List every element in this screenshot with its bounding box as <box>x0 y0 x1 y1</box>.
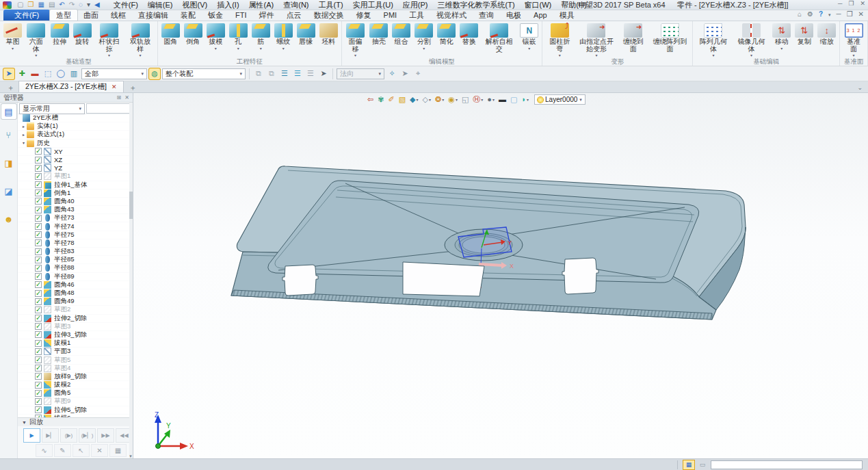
ribbon-tab[interactable]: 焊件 <box>253 10 280 21</box>
ribbon-button[interactable]: 旋转 ▾ <box>71 21 94 46</box>
ribbon-button[interactable]: 拔模 ▾ <box>205 21 227 51</box>
dropdown-caret-icon[interactable]: ▾ <box>354 53 356 57</box>
playback-section-header[interactable]: ▼ 回放 <box>18 417 133 426</box>
manager-mode-icon[interactable]: ◪ <box>1 183 16 198</box>
tree-item[interactable]: ▸ 实体(1) <box>18 122 133 131</box>
restore-small-icon[interactable]: ❐ <box>847 11 853 18</box>
tree-item[interactable]: 草图5 <box>18 356 133 364</box>
ribbon-tab[interactable]: 工具 <box>403 10 430 21</box>
visibility-checkbox[interactable] <box>35 239 42 246</box>
tree-item[interactable]: 2YE水槽 <box>18 114 133 122</box>
ribbon-tab[interactable]: 钣金 <box>202 10 229 21</box>
ribbon-button[interactable]: 替换 ▾ <box>458 21 480 46</box>
visibility-checkbox[interactable] <box>35 382 42 389</box>
ribbon-button[interactable]: 抽壳 ▾ <box>367 21 390 46</box>
ribbon-button[interactable]: 阵列几何体 ▾ <box>694 21 732 57</box>
viewport-tool-icon[interactable]: ✐ ▾ <box>386 96 395 103</box>
ribbon-button[interactable]: 圆角 ▾ <box>159 21 182 46</box>
menu-item[interactable]: 插入(I) <box>212 0 244 10</box>
visibility-checkbox[interactable] <box>35 356 42 363</box>
ribbon-tab[interactable]: 曲面 <box>77 10 105 21</box>
tree-item[interactable]: 半径78 <box>18 239 133 248</box>
ribbon-tab[interactable]: 查询 <box>473 10 500 21</box>
tree-item[interactable]: 圆角48 <box>18 289 133 298</box>
quick-access-icon[interactable]: ◌ <box>79 1 83 8</box>
layer-combo[interactable]: Layer0000 ▾ <box>534 94 586 105</box>
toolbar-icon[interactable]: ✚ <box>16 68 27 79</box>
tree-item[interactable]: 拔模2 <box>18 381 133 389</box>
ribbon-button[interactable]: 双轨放样 ▾ <box>124 21 156 57</box>
tree-item[interactable]: 半径88 <box>18 264 133 272</box>
playback-button[interactable]: (▶) <box>60 428 77 443</box>
tree-item[interactable]: 圆角49 <box>18 298 133 306</box>
tree-item[interactable]: 拉伸3_切除 <box>18 331 133 339</box>
dropdown-caret-icon[interactable]: ▾ <box>559 53 561 57</box>
tree-item[interactable]: 半径73 <box>18 214 133 222</box>
viewport-tool-icon[interactable]: Ⓗ ▾ <box>471 96 484 103</box>
ribbon-tab[interactable]: 修复 <box>350 10 378 21</box>
toolbar-icon[interactable]: ⧉ <box>266 68 277 79</box>
menu-item[interactable]: 属性(A) <box>244 0 279 10</box>
toolbar-icon[interactable]: ➤ <box>399 68 410 79</box>
visibility-checkbox[interactable] <box>35 365 42 371</box>
dropdown-caret-icon[interactable]: ▾ <box>237 46 239 51</box>
toolbar-icon[interactable]: ⧉ <box>253 68 264 79</box>
chevron-down-icon[interactable]: ⌄ <box>857 85 863 91</box>
tree-scrollbar[interactable]: ▼ <box>129 103 133 458</box>
visibility-checkbox[interactable] <box>35 415 42 417</box>
ribbon-button[interactable]: 拉伸 ▾ <box>49 21 71 46</box>
menu-item[interactable]: 视图(V) <box>178 0 213 10</box>
ribbon-button[interactable]: 简化 ▾ <box>435 21 458 46</box>
playback-button[interactable]: ▶▶ <box>97 428 114 443</box>
visibility-checkbox[interactable] <box>35 265 42 272</box>
new-tab-icon[interactable]: ＋ <box>129 84 137 92</box>
dropdown-caret-icon[interactable]: ▾ <box>282 46 285 51</box>
ribbon-button[interactable]: 螺纹 ▾ <box>272 21 295 51</box>
viewport-tool-icon[interactable]: ⇦ ▾ <box>366 96 375 103</box>
visibility-checkbox[interactable] <box>35 248 42 255</box>
visibility-checkbox[interactable] <box>35 223 42 230</box>
viewport-tool-icon[interactable]: ▬ ▾ <box>497 96 508 103</box>
ribbon-tab[interactable]: 视觉样式 <box>430 10 473 21</box>
ribbon-button[interactable]: 草图 ▾ <box>1 21 24 51</box>
dock-icon[interactable]: ⊞ <box>117 95 122 101</box>
quick-access-icon[interactable]: ↶ <box>59 1 64 8</box>
tree-item[interactable]: 平面3 <box>18 348 133 356</box>
dropdown-caret-icon[interactable]: ▾ <box>12 46 14 51</box>
style-icon[interactable]: ⌂ <box>798 11 802 18</box>
manager-mode-icon[interactable]: ▤ <box>1 104 16 119</box>
minimize-ribbon-icon[interactable]: ─ <box>837 11 841 18</box>
visibility-checkbox[interactable] <box>35 306 42 313</box>
visibility-checkbox[interactable] <box>35 257 42 263</box>
ribbon-tab[interactable]: 数据交换 <box>308 10 350 21</box>
tree-item[interactable]: 半径75 <box>18 231 133 239</box>
toolbar-icon[interactable]: ➤ <box>3 68 14 79</box>
visibility-checkbox[interactable] <box>35 165 42 172</box>
toolbar-icon[interactable]: ⌖ <box>412 68 423 79</box>
chevron-icon[interactable]: ▸ <box>21 125 27 129</box>
viewport-tool-icon[interactable]: ◆ ▾ <box>408 96 419 103</box>
dropdown-caret-icon[interactable]: ▾ <box>528 46 530 51</box>
dropdown-caret-icon[interactable]: ▾ <box>780 46 782 51</box>
status-toggle-icon[interactable]: ▭ <box>697 460 708 469</box>
tree-item[interactable]: ▸ 表达式(1) <box>18 131 133 139</box>
tree-item[interactable]: 半径83 <box>18 248 133 256</box>
ribbon-button[interactable]: 孔 ▾ <box>227 21 250 51</box>
ribbon-button[interactable]: 缠绕到面 ▾ <box>618 21 649 53</box>
viewport-tool-icon[interactable]: ✾ ▾ <box>376 96 385 103</box>
menu-item[interactable]: 文件(F) <box>109 0 143 10</box>
quick-access-icon[interactable]: ◀ <box>94 1 100 8</box>
ribbon-tab[interactable]: 直接编辑 <box>132 10 174 21</box>
display-filter-combo[interactable]: 显示常用▾ <box>19 103 85 114</box>
dropdown-caret-icon[interactable]: ▾ <box>853 53 855 57</box>
ribbon-tab[interactable]: 点云 <box>280 10 308 21</box>
dropdown-caret-icon[interactable]: ▾ <box>423 46 425 51</box>
tree-item[interactable]: 拉伸2_切除 <box>18 315 133 323</box>
menu-item[interactable]: 查询(N) <box>278 0 313 10</box>
visibility-checkbox[interactable] <box>35 231 42 238</box>
close-icon[interactable]: ✕ <box>860 1 865 7</box>
manager-mode-icon[interactable]: ☻ <box>1 211 16 226</box>
visibility-checkbox[interactable] <box>35 331 42 338</box>
menu-item[interactable]: 工具(T) <box>314 0 348 10</box>
playback-tool-button[interactable]: ∿ <box>36 444 53 457</box>
